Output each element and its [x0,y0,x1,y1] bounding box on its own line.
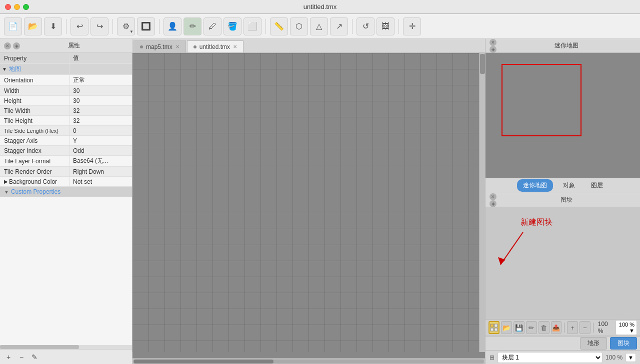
line-button[interactable]: 📏 [270,17,288,35]
prop-section-map[interactable]: ▼ 地图 [0,64,132,75]
stamp-button[interactable]: ✏ [184,17,202,35]
prop-value-staggeraxis: Y [70,136,132,145]
tab-modified-icon2 [194,45,196,48]
tab-close-map5[interactable]: ✕ [176,44,180,49]
tab-label-map5: map5.tmx [146,43,172,50]
map-canvas[interactable] [132,53,485,358]
properties-panel-title: 属性 [20,41,128,50]
download-button[interactable]: ⬇ [44,17,62,35]
minimap-float-btn[interactable]: ◈ [490,46,496,53]
prop-value-width: 30 [70,86,132,95]
left-scrollbar[interactable] [0,345,132,349]
prop-value-tilelayerformat: Base64 (无... [70,156,132,166]
maximize-button[interactable] [23,4,29,10]
close-button[interactable] [5,4,11,10]
move-button[interactable]: ✛ [403,17,421,35]
panel-float-btn[interactable]: ◈ [13,42,20,49]
tileset-canvas[interactable]: 新建图块 [486,207,640,319]
tileset-toolbar: 📂 💾 ✏ 🗑 📤 + − 100 % 100 % ▼ [486,319,640,336]
repeat-button[interactable]: ↺ [356,17,374,35]
layer-select[interactable]: 块层 1 [498,352,602,363]
layer-zoom-dropdown[interactable]: ▼ [626,353,636,362]
prop-name-width: Width [0,86,70,95]
prop-row-tilesidelength: Tile Side Length (Hex) 0 [0,126,132,136]
person-button[interactable]: 👤 [164,17,182,35]
minimap-tab-objects[interactable]: 对象 [557,179,581,192]
tileset-close-btn[interactable]: ✕ [490,193,496,200]
chevron-right-icon: ▶ [4,179,8,184]
minimap-canvas[interactable] [486,53,640,178]
select-button[interactable]: ⬜ [244,17,262,35]
map-editor-panel: map5.tmx ✕ untitled.tmx ✕ [132,39,485,364]
new-tileset-button[interactable] [488,321,500,334]
prop-row-orientation: Orientation 正常 [0,75,132,86]
redo-button[interactable]: ↪ [90,17,108,35]
remove-property-button[interactable]: − [17,353,26,362]
vertical-scrollbar[interactable] [479,53,485,352]
image-button[interactable]: 🖼 [376,17,394,35]
prop-value-tilewidth: 32 [70,106,132,115]
undo-button[interactable]: ↩ [70,17,88,35]
titlebar: untitled.tmx [0,0,640,14]
properties-table: Property 值 ▼ 地图 Orientation 正常 Width 30 [0,53,132,345]
export-tileset-button[interactable]: 📤 [551,321,562,334]
prop-name-height: Height [0,96,70,105]
add-item-button[interactable]: + [567,321,578,334]
mode-tab-tileset[interactable]: 图块 [610,337,637,350]
tab-untitled[interactable]: untitled.tmx ✕ [187,40,244,52]
minimize-button[interactable] [14,4,20,10]
toolbar-separator-1 [66,19,66,34]
tileset-mode-tabs: 地形 图块 [486,336,640,350]
toolbar-separator-2 [112,19,113,34]
arrow-button[interactable]: ↗ [330,17,348,35]
eraser-button[interactable]: 🖊 [204,17,222,35]
minimap-close-btn[interactable]: ✕ [490,39,496,46]
edit-property-button[interactable]: ✎ [30,353,39,362]
layer-icon: ⊞ [490,354,494,361]
save-tileset-button[interactable]: 💾 [514,321,524,334]
panel-close-btn[interactable]: ✕ [4,42,11,49]
prop-value-bgcolor: Not set [70,177,132,186]
tileset-title: 图块 [496,196,636,204]
scrollbar-thumb[interactable] [134,360,274,364]
zoom-display: 100 % [598,321,612,335]
prop-value-tilerenderorder: Right Down [70,167,132,176]
open-file-button[interactable]: 📂 [24,17,42,35]
tileset-float-btn[interactable]: ◈ [490,200,496,207]
add-property-button[interactable]: + [4,353,13,362]
prop-name-bgcolor: ▶ Background Color [0,177,70,186]
custom-props-header[interactable]: ▼ Custom Properties [0,187,132,197]
prop-row-tilelayerformat: Tile Layer Format Base64 (无... [0,156,132,167]
prop-name-staggerindex: Stagger Index [0,146,70,155]
delete-tileset-button[interactable]: 🗑 [538,321,550,334]
properties-panel-footer: + − ✎ [0,349,132,364]
polygon-button[interactable]: △ [310,17,328,35]
svg-rect-5 [494,328,498,331]
bucket-button[interactable]: 🪣 [224,17,242,35]
zoom-out-button[interactable]: − [580,321,590,334]
settings-button[interactable]: ⚙▼ [117,17,135,35]
mode-tab-terrain[interactable]: 地形 [580,337,607,350]
prop-row-staggeraxis: Stagger Axis Y [0,136,132,146]
tab-label-untitled: untitled.tmx [200,43,230,50]
horizontal-scrollbar[interactable] [132,358,485,364]
minimap-tab-minimap[interactable]: 迷你地图 [517,179,553,192]
new-file-button[interactable]: 📄 [4,17,22,35]
tabs-bar: map5.tmx ✕ untitled.tmx ✕ [132,39,485,53]
minimap-tab-layers[interactable]: 图层 [585,179,609,192]
open-tileset-button[interactable]: 📂 [501,321,512,334]
tileset-button[interactable]: 🔲 [137,17,155,35]
objects-button[interactable]: ⬡ [290,17,308,35]
edit-tileset-button[interactable]: ✏ [526,321,537,334]
tileset-sep-1 [564,323,564,333]
toolbar-separator-3 [159,19,160,34]
zoom-dropdown[interactable]: 100 % ▼ [616,320,637,335]
right-panel: ✕ ◈ 迷你地图 迷你地图 对象 图层 ✕ ◈ 图块 [485,39,640,364]
prop-section-map-value [70,64,132,74]
tileset-controls: ✕ ◈ [490,193,496,207]
tab-map5[interactable]: map5.tmx ✕ [134,40,186,52]
chevron-down-icon: ▼ [4,189,9,195]
minimap-controls: ✕ ◈ [490,39,496,53]
scrollbar-track [134,360,484,364]
tab-close-untitled[interactable]: ✕ [233,44,237,49]
